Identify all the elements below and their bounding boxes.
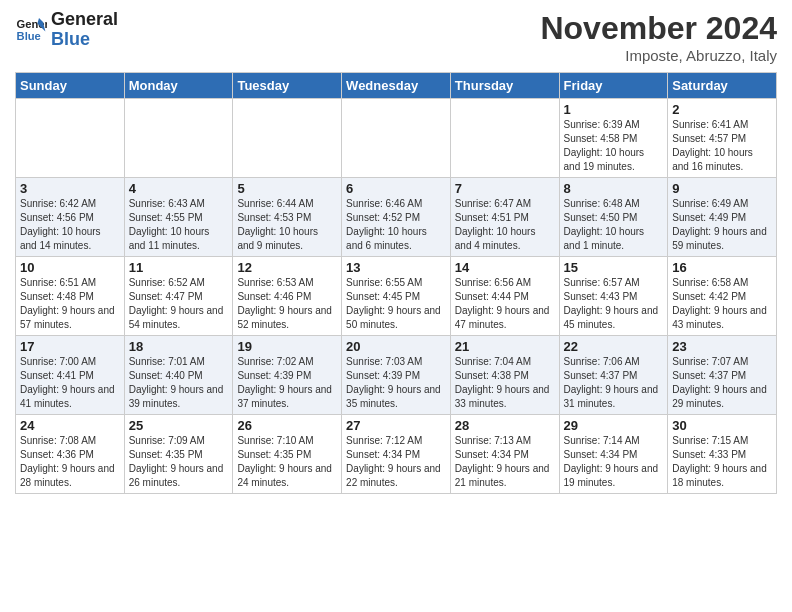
table-row: 8Sunrise: 6:48 AM Sunset: 4:50 PM Daylig…: [559, 178, 668, 257]
col-thursday: Thursday: [450, 73, 559, 99]
page-container: General Blue General Blue November 2024 …: [0, 0, 792, 509]
table-row: 25Sunrise: 7:09 AM Sunset: 4:35 PM Dayli…: [124, 415, 233, 494]
day-number: 13: [346, 260, 446, 275]
calendar-row: 17Sunrise: 7:00 AM Sunset: 4:41 PM Dayli…: [16, 336, 777, 415]
table-row: 28Sunrise: 7:13 AM Sunset: 4:34 PM Dayli…: [450, 415, 559, 494]
table-row: 30Sunrise: 7:15 AM Sunset: 4:33 PM Dayli…: [668, 415, 777, 494]
calendar-row: 24Sunrise: 7:08 AM Sunset: 4:36 PM Dayli…: [16, 415, 777, 494]
table-row: 14Sunrise: 6:56 AM Sunset: 4:44 PM Dayli…: [450, 257, 559, 336]
col-friday: Friday: [559, 73, 668, 99]
table-row: 6Sunrise: 6:46 AM Sunset: 4:52 PM Daylig…: [342, 178, 451, 257]
day-info: Sunrise: 7:00 AM Sunset: 4:41 PM Dayligh…: [20, 355, 120, 411]
svg-text:Blue: Blue: [17, 29, 41, 41]
day-info: Sunrise: 6:55 AM Sunset: 4:45 PM Dayligh…: [346, 276, 446, 332]
day-info: Sunrise: 7:10 AM Sunset: 4:35 PM Dayligh…: [237, 434, 337, 490]
day-number: 2: [672, 102, 772, 117]
day-info: Sunrise: 6:51 AM Sunset: 4:48 PM Dayligh…: [20, 276, 120, 332]
table-row: 26Sunrise: 7:10 AM Sunset: 4:35 PM Dayli…: [233, 415, 342, 494]
table-row: [450, 99, 559, 178]
day-info: Sunrise: 6:48 AM Sunset: 4:50 PM Dayligh…: [564, 197, 664, 253]
table-row: 20Sunrise: 7:03 AM Sunset: 4:39 PM Dayli…: [342, 336, 451, 415]
day-info: Sunrise: 7:15 AM Sunset: 4:33 PM Dayligh…: [672, 434, 772, 490]
title-block: November 2024 Imposte, Abruzzo, Italy: [540, 10, 777, 64]
table-row: 27Sunrise: 7:12 AM Sunset: 4:34 PM Dayli…: [342, 415, 451, 494]
col-monday: Monday: [124, 73, 233, 99]
calendar-table: Sunday Monday Tuesday Wednesday Thursday…: [15, 72, 777, 494]
day-number: 21: [455, 339, 555, 354]
table-row: 11Sunrise: 6:52 AM Sunset: 4:47 PM Dayli…: [124, 257, 233, 336]
table-row: 1Sunrise: 6:39 AM Sunset: 4:58 PM Daylig…: [559, 99, 668, 178]
day-info: Sunrise: 6:56 AM Sunset: 4:44 PM Dayligh…: [455, 276, 555, 332]
day-info: Sunrise: 6:43 AM Sunset: 4:55 PM Dayligh…: [129, 197, 229, 253]
day-number: 1: [564, 102, 664, 117]
table-row: 2Sunrise: 6:41 AM Sunset: 4:57 PM Daylig…: [668, 99, 777, 178]
day-number: 8: [564, 181, 664, 196]
day-number: 6: [346, 181, 446, 196]
table-row: [124, 99, 233, 178]
day-info: Sunrise: 7:04 AM Sunset: 4:38 PM Dayligh…: [455, 355, 555, 411]
table-row: 21Sunrise: 7:04 AM Sunset: 4:38 PM Dayli…: [450, 336, 559, 415]
col-tuesday: Tuesday: [233, 73, 342, 99]
col-sunday: Sunday: [16, 73, 125, 99]
table-row: [16, 99, 125, 178]
calendar-row: 10Sunrise: 6:51 AM Sunset: 4:48 PM Dayli…: [16, 257, 777, 336]
day-number: 5: [237, 181, 337, 196]
day-info: Sunrise: 6:52 AM Sunset: 4:47 PM Dayligh…: [129, 276, 229, 332]
table-row: 4Sunrise: 6:43 AM Sunset: 4:55 PM Daylig…: [124, 178, 233, 257]
day-number: 3: [20, 181, 120, 196]
day-info: Sunrise: 6:49 AM Sunset: 4:49 PM Dayligh…: [672, 197, 772, 253]
day-number: 7: [455, 181, 555, 196]
day-number: 16: [672, 260, 772, 275]
table-row: 18Sunrise: 7:01 AM Sunset: 4:40 PM Dayli…: [124, 336, 233, 415]
day-info: Sunrise: 7:09 AM Sunset: 4:35 PM Dayligh…: [129, 434, 229, 490]
table-row: 15Sunrise: 6:57 AM Sunset: 4:43 PM Dayli…: [559, 257, 668, 336]
day-number: 20: [346, 339, 446, 354]
table-row: 24Sunrise: 7:08 AM Sunset: 4:36 PM Dayli…: [16, 415, 125, 494]
day-number: 29: [564, 418, 664, 433]
day-info: Sunrise: 6:41 AM Sunset: 4:57 PM Dayligh…: [672, 118, 772, 174]
col-wednesday: Wednesday: [342, 73, 451, 99]
logo-icon: General Blue: [15, 14, 47, 46]
table-row: 12Sunrise: 6:53 AM Sunset: 4:46 PM Dayli…: [233, 257, 342, 336]
table-row: 9Sunrise: 6:49 AM Sunset: 4:49 PM Daylig…: [668, 178, 777, 257]
table-row: 16Sunrise: 6:58 AM Sunset: 4:42 PM Dayli…: [668, 257, 777, 336]
table-row: 23Sunrise: 7:07 AM Sunset: 4:37 PM Dayli…: [668, 336, 777, 415]
day-number: 15: [564, 260, 664, 275]
table-row: 7Sunrise: 6:47 AM Sunset: 4:51 PM Daylig…: [450, 178, 559, 257]
day-number: 24: [20, 418, 120, 433]
day-info: Sunrise: 6:39 AM Sunset: 4:58 PM Dayligh…: [564, 118, 664, 174]
day-info: Sunrise: 6:58 AM Sunset: 4:42 PM Dayligh…: [672, 276, 772, 332]
col-saturday: Saturday: [668, 73, 777, 99]
table-row: [233, 99, 342, 178]
day-number: 25: [129, 418, 229, 433]
table-row: 5Sunrise: 6:44 AM Sunset: 4:53 PM Daylig…: [233, 178, 342, 257]
day-info: Sunrise: 6:42 AM Sunset: 4:56 PM Dayligh…: [20, 197, 120, 253]
calendar-row: 1Sunrise: 6:39 AM Sunset: 4:58 PM Daylig…: [16, 99, 777, 178]
day-info: Sunrise: 7:01 AM Sunset: 4:40 PM Dayligh…: [129, 355, 229, 411]
day-number: 17: [20, 339, 120, 354]
day-number: 18: [129, 339, 229, 354]
day-info: Sunrise: 6:47 AM Sunset: 4:51 PM Dayligh…: [455, 197, 555, 253]
day-info: Sunrise: 7:02 AM Sunset: 4:39 PM Dayligh…: [237, 355, 337, 411]
day-number: 23: [672, 339, 772, 354]
table-row: 19Sunrise: 7:02 AM Sunset: 4:39 PM Dayli…: [233, 336, 342, 415]
day-info: Sunrise: 6:57 AM Sunset: 4:43 PM Dayligh…: [564, 276, 664, 332]
day-info: Sunrise: 7:12 AM Sunset: 4:34 PM Dayligh…: [346, 434, 446, 490]
table-row: 29Sunrise: 7:14 AM Sunset: 4:34 PM Dayli…: [559, 415, 668, 494]
month-title: November 2024: [540, 10, 777, 47]
day-number: 11: [129, 260, 229, 275]
page-header: General Blue General Blue November 2024 …: [15, 10, 777, 64]
day-number: 9: [672, 181, 772, 196]
day-info: Sunrise: 7:07 AM Sunset: 4:37 PM Dayligh…: [672, 355, 772, 411]
day-number: 28: [455, 418, 555, 433]
day-number: 4: [129, 181, 229, 196]
day-info: Sunrise: 7:14 AM Sunset: 4:34 PM Dayligh…: [564, 434, 664, 490]
table-row: [342, 99, 451, 178]
day-info: Sunrise: 7:08 AM Sunset: 4:36 PM Dayligh…: [20, 434, 120, 490]
location: Imposte, Abruzzo, Italy: [540, 47, 777, 64]
logo: General Blue General Blue: [15, 10, 118, 50]
day-number: 27: [346, 418, 446, 433]
calendar-row: 3Sunrise: 6:42 AM Sunset: 4:56 PM Daylig…: [16, 178, 777, 257]
day-info: Sunrise: 6:46 AM Sunset: 4:52 PM Dayligh…: [346, 197, 446, 253]
table-row: 13Sunrise: 6:55 AM Sunset: 4:45 PM Dayli…: [342, 257, 451, 336]
